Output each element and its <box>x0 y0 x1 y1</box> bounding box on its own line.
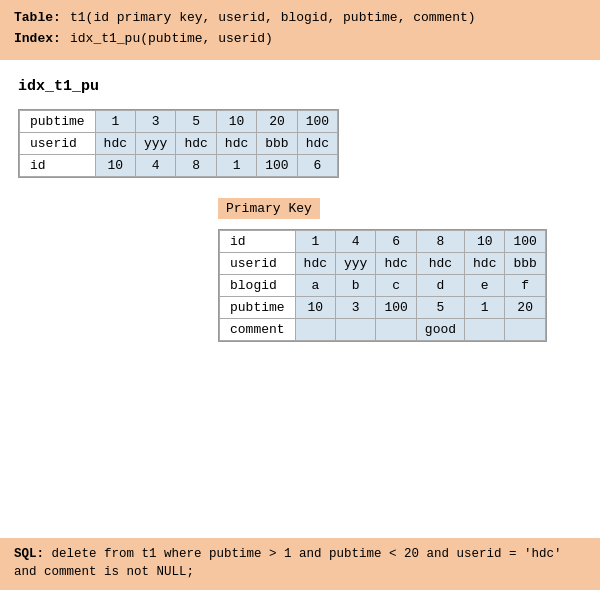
pk-cell: 1 <box>295 230 335 252</box>
pk-cell: 5 <box>416 296 464 318</box>
index-label: Index: <box>14 29 64 50</box>
pk-cell <box>505 318 545 340</box>
pk-cell: 1 <box>465 296 505 318</box>
table-value: t1(id primary key, userid, blogid, pubti… <box>70 8 476 29</box>
sql-label: SQL: <box>14 547 44 561</box>
primary-key-label: Primary Key <box>218 198 320 219</box>
pk-cell <box>376 318 416 340</box>
pk-cell: 100 <box>376 296 416 318</box>
pk-cell: hdc <box>376 252 416 274</box>
index-cell: hdc <box>216 132 256 154</box>
index-table: pubtime1351020100useridhdcyyyhdchdcbbbhd… <box>18 109 339 178</box>
index-cell: 100 <box>257 154 297 176</box>
pk-cell: hdc <box>416 252 464 274</box>
pk-cell: 20 <box>505 296 545 318</box>
index-cell: hdc <box>297 132 337 154</box>
index-cell: 6 <box>297 154 337 176</box>
index-row-label: pubtime <box>20 110 96 132</box>
pk-cell: yyy <box>336 252 376 274</box>
index-cell: 4 <box>136 154 176 176</box>
pk-row-label: pubtime <box>220 296 296 318</box>
sql-value: delete from t1 where pubtime > 1 and pub… <box>14 547 562 580</box>
pk-cell <box>336 318 376 340</box>
pk-cell <box>465 318 505 340</box>
index-cell: 3 <box>136 110 176 132</box>
pk-cell: c <box>376 274 416 296</box>
index-cell: bbb <box>257 132 297 154</box>
index-cell: hdc <box>176 132 216 154</box>
index-cell: 10 <box>216 110 256 132</box>
pk-cell: 3 <box>336 296 376 318</box>
pk-row-label: blogid <box>220 274 296 296</box>
index-cell: hdc <box>95 132 135 154</box>
index-cell: yyy <box>136 132 176 154</box>
index-row-label: userid <box>20 132 96 154</box>
pk-cell: bbb <box>505 252 545 274</box>
pk-cell: good <box>416 318 464 340</box>
pk-cell: e <box>465 274 505 296</box>
pk-row-label: id <box>220 230 296 252</box>
index-cell: 10 <box>95 154 135 176</box>
pk-row-label: comment <box>220 318 296 340</box>
pk-cell: 100 <box>505 230 545 252</box>
pk-cell: b <box>336 274 376 296</box>
index-cell: 100 <box>297 110 337 132</box>
index-row-label: id <box>20 154 96 176</box>
index-cell: 1 <box>216 154 256 176</box>
index-cell: 5 <box>176 110 216 132</box>
pk-cell: 8 <box>416 230 464 252</box>
index-value: idx_t1_pu(pubtime, userid) <box>70 29 273 50</box>
pk-cell: 10 <box>465 230 505 252</box>
main-content: idx_t1_pu pubtime1351020100useridhdcyyyh… <box>0 60 600 356</box>
pk-cell: 4 <box>336 230 376 252</box>
pk-cell: d <box>416 274 464 296</box>
table-label: Table: <box>14 8 64 29</box>
bottom-sql-bar: SQL: delete from t1 where pubtime > 1 an… <box>0 538 600 591</box>
index-cell: 1 <box>95 110 135 132</box>
pk-cell: hdc <box>465 252 505 274</box>
pk-cell: hdc <box>295 252 335 274</box>
primary-key-table: id146810100useridhdcyyyhdchdchdcbbbblogi… <box>218 229 547 342</box>
pk-cell: 10 <box>295 296 335 318</box>
primary-key-section: Primary Key id146810100useridhdcyyyhdchd… <box>218 198 582 342</box>
index-cell: 8 <box>176 154 216 176</box>
pk-cell: 6 <box>376 230 416 252</box>
index-table-title: idx_t1_pu <box>18 78 582 95</box>
pk-cell: f <box>505 274 545 296</box>
pk-cell: a <box>295 274 335 296</box>
pk-cell <box>295 318 335 340</box>
top-section: Table: t1(id primary key, userid, blogid… <box>0 0 600 60</box>
index-cell: 20 <box>257 110 297 132</box>
pk-row-label: userid <box>220 252 296 274</box>
